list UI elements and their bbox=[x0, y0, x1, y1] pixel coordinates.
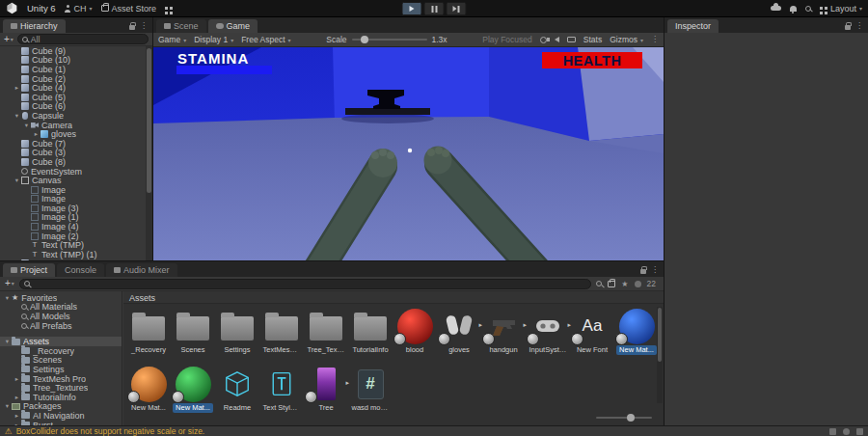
kebab-menu-icon[interactable]: ⋮ bbox=[651, 266, 659, 274]
asset-item[interactable]: ▸InputSyste... bbox=[526, 307, 570, 363]
auto-refresh-icon[interactable] bbox=[843, 428, 850, 435]
scale-slider[interactable] bbox=[352, 39, 427, 41]
lock-icon[interactable] bbox=[129, 25, 135, 30]
asset-item[interactable]: ▸gloves bbox=[437, 307, 481, 363]
hierarchy-item[interactable]: Image (2) bbox=[0, 232, 146, 241]
status-bar[interactable]: ⚠ BoxCollider does not support negative … bbox=[0, 425, 868, 436]
game-mode-dropdown[interactable]: Game▾ bbox=[158, 35, 186, 44]
fold-arrow-icon[interactable]: ▾ bbox=[13, 177, 21, 184]
asset-item[interactable]: TextMesh Pro bbox=[259, 307, 304, 363]
kebab-menu-icon[interactable]: ⋮ bbox=[855, 22, 863, 30]
breadcrumb[interactable]: Assets bbox=[123, 291, 664, 304]
mute-audio-icon[interactable] bbox=[555, 37, 559, 42]
play-button[interactable] bbox=[402, 2, 422, 15]
brightness-icon[interactable] bbox=[540, 37, 547, 43]
project-tree-item[interactable]: Scenes bbox=[0, 356, 122, 366]
hierarchy-item[interactable]: ▾Canvas bbox=[0, 176, 146, 185]
tab-console[interactable]: Console bbox=[57, 263, 104, 277]
fold-arrow-icon[interactable]: ▸ bbox=[13, 84, 21, 92]
step-button[interactable] bbox=[447, 2, 467, 15]
project-tree-item[interactable]: _Recovery bbox=[0, 346, 122, 356]
scale-slider-thumb[interactable] bbox=[361, 36, 368, 43]
kebab-menu-icon[interactable]: ⋮ bbox=[140, 22, 148, 30]
hierarchy-item[interactable]: Cube (10) bbox=[0, 56, 146, 66]
hierarchy-item[interactable]: ▸gloves bbox=[0, 129, 146, 139]
asset-item[interactable]: New Mat... bbox=[614, 307, 659, 363]
asset-item[interactable]: Tree_Textures bbox=[304, 307, 348, 363]
fold-arrow-icon[interactable]: ▸ bbox=[13, 412, 21, 420]
project-tree-item[interactable]: ▾Assets bbox=[0, 337, 122, 346]
game-viewport[interactable]: STAMINA HEALTH bbox=[153, 47, 664, 260]
hierarchy-item[interactable]: Image (4) bbox=[0, 222, 146, 232]
project-tree-item[interactable]: All Models bbox=[0, 312, 122, 321]
fold-arrow-icon[interactable]: ▸ bbox=[13, 394, 21, 401]
project-tree-item[interactable]: ▸AI Navigation bbox=[0, 411, 122, 421]
hierarchy-scrollbar[interactable] bbox=[146, 46, 152, 260]
services-grid-icon[interactable] bbox=[165, 7, 168, 10]
asset-item[interactable]: ▸handgun bbox=[481, 307, 526, 363]
hierarchy-item[interactable]: Cube (7) bbox=[0, 139, 146, 149]
project-tree-item[interactable]: Settings bbox=[0, 365, 122, 374]
display-dropdown[interactable]: Display 1▾ bbox=[194, 35, 233, 44]
asset-item[interactable]: New Mat... bbox=[126, 365, 171, 421]
global-search-icon[interactable] bbox=[805, 6, 811, 12]
pause-button[interactable] bbox=[424, 2, 445, 15]
tab-game[interactable]: Game bbox=[208, 19, 258, 33]
asset-item[interactable]: Settings bbox=[215, 307, 259, 363]
asset-item[interactable]: Readme bbox=[215, 365, 259, 421]
lock-icon[interactable] bbox=[640, 269, 646, 274]
icon-size-slider[interactable] bbox=[596, 414, 652, 422]
tab-hierarchy[interactable]: Hierarchy bbox=[3, 19, 66, 33]
notification-bell-icon[interactable] bbox=[790, 6, 797, 12]
gizmos-dropdown[interactable]: Gizmos▾ bbox=[610, 35, 643, 44]
kebab-menu-icon[interactable]: ⋮ bbox=[651, 36, 659, 43]
stats-button[interactable]: Stats bbox=[583, 35, 602, 44]
tab-project[interactable]: Project bbox=[3, 263, 55, 277]
grid-scrollbar[interactable] bbox=[657, 307, 663, 403]
hierarchy-item[interactable]: Cube (5) bbox=[0, 93, 146, 102]
project-tree-item[interactable]: All Materials bbox=[0, 303, 122, 313]
hierarchy-search-input[interactable]: All bbox=[17, 34, 149, 44]
hierarchy-item[interactable]: Cube (3) bbox=[0, 149, 146, 158]
create-asset-button[interactable]: +▾ bbox=[5, 279, 14, 288]
project-tree-item[interactable]: ▾★Favorites bbox=[0, 293, 122, 303]
project-tree-item[interactable]: ▸TextMesh Pro bbox=[0, 374, 122, 384]
aspect-ratio-dropdown[interactable]: Free Aspect▾ bbox=[241, 35, 290, 44]
hidden-packages-icon[interactable] bbox=[635, 281, 641, 287]
project-tree-item[interactable]: All Prefabs bbox=[0, 321, 122, 331]
scrollbar-thumb[interactable] bbox=[658, 308, 662, 362]
favorites-star-icon[interactable]: ★ bbox=[621, 280, 628, 288]
scrollbar-thumb[interactable] bbox=[147, 48, 151, 193]
asset-item[interactable]: _Recovery bbox=[126, 307, 171, 363]
cloud-icon[interactable] bbox=[771, 6, 781, 11]
asset-item[interactable]: ▸Tree bbox=[304, 365, 348, 421]
fold-arrow-icon[interactable]: ▾ bbox=[3, 402, 12, 410]
project-search-input[interactable] bbox=[19, 279, 592, 289]
unity-logo-icon[interactable] bbox=[6, 2, 18, 14]
hierarchy-item[interactable]: ▾Capsule bbox=[0, 111, 146, 121]
layout-menu[interactable]: Layout ▾ bbox=[820, 4, 862, 14]
hierarchy-item[interactable]: Image bbox=[0, 195, 146, 204]
hierarchy-item[interactable]: Cube (1) bbox=[0, 65, 146, 74]
hierarchy-item[interactable]: Image (3) bbox=[0, 204, 146, 213]
asset-item[interactable]: #wasd move... bbox=[348, 365, 393, 421]
search-by-label-icon[interactable] bbox=[608, 281, 615, 287]
hierarchy-item[interactable]: Text (TMP) bbox=[0, 240, 146, 250]
slider-thumb[interactable] bbox=[627, 414, 635, 422]
hierarchy-item[interactable]: Cube (8) bbox=[0, 157, 146, 167]
lock-icon[interactable] bbox=[845, 25, 851, 30]
asset-item[interactable]: Text StyleS... bbox=[259, 365, 304, 421]
hierarchy-item[interactable]: ▸Cube (4) bbox=[0, 83, 146, 93]
background-tasks-icon[interactable] bbox=[829, 428, 836, 435]
tab-inspector[interactable]: Inspector bbox=[667, 19, 719, 33]
hierarchy-item[interactable]: Image bbox=[0, 185, 146, 195]
create-object-button[interactable]: +▾ bbox=[4, 35, 14, 44]
fold-arrow-icon[interactable]: ▸ bbox=[13, 375, 21, 383]
hierarchy-item[interactable]: Cube (6) bbox=[0, 102, 146, 112]
asset-item[interactable]: New Mat... bbox=[171, 365, 215, 421]
fold-arrow-icon[interactable]: ▸ bbox=[32, 130, 41, 138]
account-menu[interactable]: CH ▾ bbox=[65, 4, 93, 14]
fold-arrow-icon[interactable]: ▾ bbox=[22, 122, 31, 129]
project-tree-item[interactable]: ▾Packages bbox=[0, 402, 122, 412]
asset-item[interactable]: Scenes bbox=[171, 307, 215, 363]
